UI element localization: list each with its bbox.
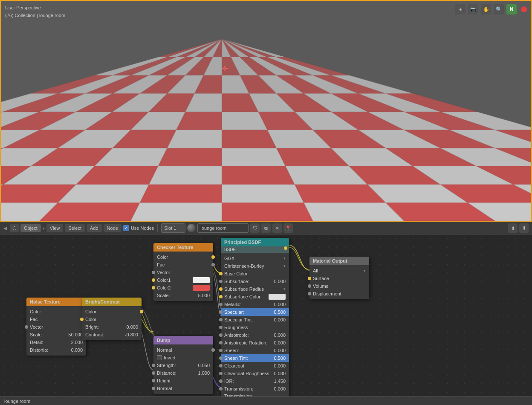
bsdf-specular-tint-row[interactable]: Specular Tint: 0.000 — [221, 316, 289, 324]
viewport[interactable]: User Perspective (76) Collection | loung… — [0, 0, 532, 222]
add-btn[interactable]: Add — [87, 224, 102, 232]
close-icon-btn[interactable]: ✕ — [272, 223, 282, 233]
bump-normal-in-label: Normal — [157, 386, 210, 391]
export-btn[interactable]: ⬇ — [519, 223, 529, 233]
bsdf-subsurface-row[interactable]: Subsurface: 0.000 — [221, 278, 289, 285]
bsdf-aniso-val: 0.000 — [274, 333, 286, 338]
bump-invert-checkbox[interactable] — [157, 355, 162, 360]
node-material-output[interactable]: Material Output All ▾ Surface Volume Dis — [309, 257, 369, 299]
select-btn[interactable]: Select — [65, 224, 85, 232]
object-mode-btn[interactable]: Object — [20, 224, 41, 232]
bsdf-header: Principled BSDF — [221, 238, 289, 246]
material-name-input[interactable] — [197, 223, 249, 233]
bsdf-transmission-row[interactable]: Transmission: 0.000 — [221, 385, 289, 393]
bsdf-ggx-row[interactable]: GGX ▾ — [221, 255, 289, 262]
blender-icon[interactable]: N — [506, 4, 517, 14]
checker-color2-label: Color2 — [157, 285, 191, 290]
bsdf-subsurface-socket — [219, 280, 223, 283]
bsdf-metallic-row[interactable]: Metallic: 0.000 — [221, 301, 289, 308]
node-editor: ◀ ⬡ Object ▾ View Select Add Node ✓ Use … — [0, 222, 532, 405]
bc-contrast-row[interactable]: Contrast: -0.800 — [82, 331, 142, 338]
search-icon[interactable]: 🔍 — [494, 4, 504, 14]
bsdf-ss-color-swatch[interactable] — [269, 294, 286, 300]
bsdf-sheen-val: 0.000 — [274, 348, 286, 353]
camera-icon[interactable]: 📷 — [468, 4, 478, 14]
bright-contrast-title: Bright/Contrast — [85, 299, 120, 304]
bump-invert-label: Invert — [164, 355, 210, 360]
mo-surface-socket — [308, 277, 311, 280]
noise-distortion-row[interactable]: Distortio: 0.000 — [26, 346, 86, 354]
bsdf-aniso-rot-row[interactable]: Anisotropic Rotation: 0.000 — [221, 339, 289, 347]
bsdf-metallic-label: Metallic: — [224, 302, 272, 307]
bc-bright-label: Bright: — [85, 324, 124, 330]
copy-icon-btn[interactable]: ⧉ — [261, 223, 271, 233]
bsdf-clearcoat-rough-row[interactable]: Clearcoat Roughness: 0.030 — [221, 370, 289, 377]
checker-scale-label: Scale: — [157, 293, 196, 298]
bc-color-in-label: Color — [85, 317, 138, 322]
use-nodes-toggle[interactable]: ✓ Use Nodes — [123, 225, 154, 231]
editor-type-icon[interactable]: ⬡ — [10, 224, 19, 232]
shield-icon-btn[interactable]: 🛡 — [250, 223, 260, 233]
node-bright-contrast[interactable]: Bright/Contrast Color Color Bright: 0.00… — [82, 298, 142, 340]
node-canvas[interactable]: Noise Texture Color Fac Vector Scale: 50 — [0, 234, 532, 405]
checker-color1-swatch[interactable] — [193, 277, 210, 283]
bsdf-anisotropic-row[interactable]: Anisotropic: 0.000 — [221, 331, 289, 339]
status-text: lounge room — [4, 399, 30, 404]
bump-height-row: Height — [153, 377, 213, 385]
bsdf-specular-row[interactable]: Specular: 0.500 — [221, 308, 289, 316]
bump-body: Normal Invert Strength: 0.050 Distance: … — [153, 344, 213, 394]
node-checker-texture[interactable]: Checker Texture Color Fac Vector Color1 — [153, 243, 213, 301]
noise-vector-row: Vector — [26, 323, 86, 331]
checker-scale-row[interactable]: Scale: 5.000 — [153, 292, 213, 299]
bump-invert-row[interactable]: Invert — [153, 354, 213, 362]
noise-detail-row[interactable]: Detail: 2.000 — [26, 338, 86, 346]
noise-detail-label: Detail: — [30, 340, 69, 345]
collection-label: (76) Collection | lounge room — [5, 12, 65, 20]
node-btn[interactable]: Node — [104, 224, 121, 232]
slot-dropdown[interactable]: Slot 1 — [161, 223, 185, 233]
checker-color2-row: Color2 — [153, 284, 213, 292]
bright-contrast-body: Color Color Bright: 0.000 Contrast: -0.8… — [82, 306, 142, 340]
checker-color2-swatch[interactable] — [193, 285, 210, 291]
pin-icon-btn[interactable]: 📍 — [283, 223, 293, 233]
bsdf-sheen-row[interactable]: Sheen: 0.000 — [221, 347, 289, 354]
noise-scale-label: Scale: — [30, 332, 66, 337]
checker-vector-label: Vector — [157, 270, 210, 275]
checker-title: Checker Texture — [157, 245, 193, 250]
bsdf-clearcoat-row[interactable]: Clearcoat: 0.000 — [221, 362, 289, 370]
bsdf-ior-row[interactable]: IOR: 1.450 — [221, 377, 289, 385]
node-principled-bsdf[interactable]: Principled BSDF BSDF GGX ▾ Christensen-B… — [221, 238, 289, 405]
bump-distance-row[interactable]: Distance: 1.000 — [153, 369, 213, 377]
bsdf-cr-label: Clearcoat Roughness: — [224, 371, 272, 376]
noise-fac-out-row: Fac — [26, 315, 86, 323]
use-nodes-checkbox[interactable]: ✓ — [123, 225, 129, 231]
grid-icon[interactable]: ⊞ — [455, 4, 466, 14]
bump-strength-row[interactable]: Strength: 0.050 — [153, 362, 213, 369]
noise-texture-body: Color Fac Vector Scale: 50.000 Detail: 2… — [26, 306, 86, 356]
node-noise-texture[interactable]: Noise Texture Color Fac Vector Scale: 50 — [26, 298, 86, 356]
node-bump[interactable]: Bump Normal Invert Strength: 0.050 — [153, 336, 213, 394]
noise-fac-label: Fac — [30, 317, 83, 322]
import-btn[interactable]: ⬆ — [508, 223, 518, 233]
bsdf-cb-row[interactable]: Christensen-Burley ▾ — [221, 262, 289, 270]
noise-scale-row[interactable]: Scale: 50.000 — [26, 331, 86, 338]
bsdf-sheen-tint-row[interactable]: Sheen Tint: 0.500 — [221, 354, 289, 362]
hand-icon[interactable]: ✋ — [481, 4, 491, 14]
bsdf-ior-socket — [219, 379, 223, 383]
mo-target-row[interactable]: All ▾ — [309, 267, 369, 275]
mo-volume-label: Volume — [313, 284, 366, 289]
bsdf-clearcoat-socket — [219, 364, 223, 367]
bump-title: Bump — [157, 338, 170, 343]
bc-color-out-label: Color — [85, 309, 138, 314]
bsdf-sheen-label: Sheen: — [224, 348, 272, 353]
checker-fac-out-row: Fac — [153, 261, 213, 269]
bsdf-subsurface-color-row: Subsurface Color — [221, 293, 289, 301]
bsdf-specular-val: 0.500 — [274, 310, 286, 315]
bc-bright-row[interactable]: Bright: 0.000 — [82, 323, 142, 331]
view-btn[interactable]: View — [46, 224, 64, 232]
bsdf-metallic-socket — [219, 303, 223, 306]
material-output-title: Material Output — [313, 258, 347, 263]
mode-arrow[interactable]: ▾ — [43, 226, 45, 231]
bsdf-st-label: Specular Tint: — [224, 317, 272, 322]
left-arrow-btn[interactable]: ◀ — [3, 226, 7, 231]
